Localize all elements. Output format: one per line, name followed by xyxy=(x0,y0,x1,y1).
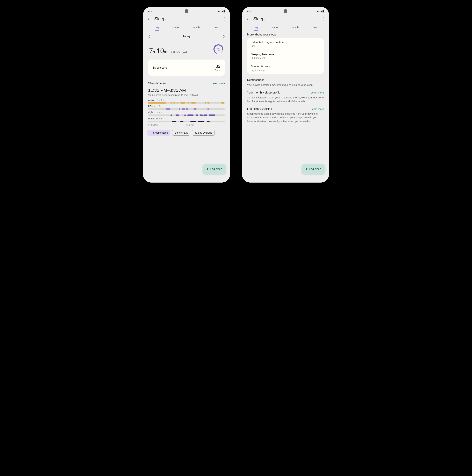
score-value: 82 xyxy=(215,64,220,69)
check-icon xyxy=(150,132,152,134)
stage-track xyxy=(148,102,225,103)
camera-hole xyxy=(185,9,188,13)
tab-week[interactable]: Week xyxy=(173,25,179,30)
tab-day[interactable]: Day xyxy=(155,25,159,30)
more-about-card: Estimated oxygen variation Low Sleeping … xyxy=(247,38,324,74)
app-bar: Sleep xyxy=(143,15,230,25)
stage-row-deep: Deep · 1h 9m xyxy=(148,117,225,122)
timeline-title: Sleep timeline xyxy=(148,82,166,85)
more-icon xyxy=(224,17,225,20)
xaxis-mid: 3:00 AM xyxy=(186,124,194,126)
camera-hole xyxy=(284,9,287,13)
sleep-score-card[interactable]: Sleep score 82 Good xyxy=(148,60,225,76)
more-about-title: More about your sleep xyxy=(247,33,324,36)
back-button[interactable] xyxy=(245,17,250,21)
page-title: Sleep xyxy=(253,16,321,21)
mins-unit: m xyxy=(164,50,167,54)
phone-left: 9:30 Sleep Day Week Month Year ❮ Today ❯… xyxy=(143,7,230,183)
log-sleep-fab[interactable]: + Log sleep xyxy=(302,164,325,174)
tab-year[interactable]: Year xyxy=(213,25,218,30)
snoring-noise-item[interactable]: Snoring & noise Light snoring xyxy=(247,62,324,74)
more-button[interactable] xyxy=(222,17,227,21)
stage-label: Deep · 1h 9m xyxy=(148,117,225,120)
sleep-schedule-text: Your current sleep schedule is 11 PM–8:3… xyxy=(148,94,225,96)
stage-label: Light · 1h 9m xyxy=(148,111,225,114)
more-button[interactable] xyxy=(321,17,326,21)
main-content: More about your sleep Estimated oxygen v… xyxy=(242,32,329,183)
item-subtitle: Light snoring xyxy=(251,69,320,71)
more-icon xyxy=(323,17,324,20)
tracking-title: Fitbit sleep tracking xyxy=(247,107,272,111)
timeline-xaxis: 11:35 PM 3:00 AM xyxy=(148,124,225,126)
day-nav: ❮ Today ❯ xyxy=(143,32,230,41)
progress-ring xyxy=(213,44,224,55)
fab-label: Log sleep xyxy=(309,168,321,170)
score-label: Sleep score xyxy=(153,66,167,69)
restlessness-title: Restlessness xyxy=(247,78,324,82)
stage-track xyxy=(148,108,225,110)
chip-label: Sleep stages xyxy=(153,131,168,134)
app-bar: Sleep xyxy=(242,15,329,25)
svg-point-2 xyxy=(213,44,224,55)
xaxis-start: 11:35 PM xyxy=(148,124,158,126)
tracking-learn-more-link[interactable]: Learn more xyxy=(311,107,324,110)
profile-title: Your monthly sleep profile xyxy=(247,91,280,94)
chart-view-chips: Sleep stages Benchmark 30 day average xyxy=(147,126,226,137)
profile-learn-more-link[interactable]: Learn more xyxy=(311,91,324,94)
page-title: Sleep xyxy=(154,16,222,21)
profile-body: 10 nights logged. To get your next sleep… xyxy=(247,96,324,103)
stage-row-awake: Awake · 1h 9m xyxy=(148,99,225,103)
timeline-header: Sleep timeline Learn more xyxy=(148,81,225,86)
tab-week[interactable]: Week xyxy=(272,25,278,30)
item-title: Snoring & noise xyxy=(251,65,320,68)
profile-header: Your monthly sleep profile Learn more xyxy=(247,91,324,94)
total-sleep: 7h 10m of 7h 30m goal xyxy=(149,47,187,55)
stage-row-light: Light · 1h 9m xyxy=(148,111,225,116)
chip-30day-avg[interactable]: 30 day average xyxy=(192,130,215,136)
status-icons xyxy=(316,10,324,13)
log-sleep-fab[interactable]: + Log sleep xyxy=(203,164,226,174)
plus-icon: + xyxy=(207,167,209,171)
hours-unit: h xyxy=(153,50,155,54)
tab-month[interactable]: Month xyxy=(193,25,200,30)
hours-value: 7 xyxy=(149,47,153,55)
item-title: Estimated oxygen variation xyxy=(251,41,320,44)
signal-icon xyxy=(221,10,223,13)
stage-track xyxy=(148,115,225,116)
sleep-stages-chart: Awake · 1h 9mREM · 1h 9mLight · 1h 9mDee… xyxy=(148,99,225,122)
status-icons xyxy=(218,10,225,13)
item-subtitle: 56 bpm (avg) xyxy=(251,57,320,59)
oxygen-variation-item[interactable]: Estimated oxygen variation Low xyxy=(247,38,324,50)
battery-icon xyxy=(322,10,324,13)
battery-icon xyxy=(223,10,225,13)
tab-month[interactable]: Month xyxy=(292,25,299,30)
wifi-icon xyxy=(316,10,319,13)
item-subtitle: Low xyxy=(251,45,320,47)
prev-day-button[interactable]: ❮ xyxy=(148,35,150,38)
stage-row-rem: REM · 1h 9m xyxy=(148,105,225,110)
current-day-label: Today xyxy=(183,35,190,38)
mins-value: 10 xyxy=(157,47,164,55)
timeline-learn-more-link[interactable]: Learn more xyxy=(212,82,225,85)
fab-label: Log sleep xyxy=(210,168,222,170)
main-content: 7h 10m of 7h 30m goal Sleep score 82 Go xyxy=(143,41,230,183)
tracking-body: Sleep tracking uses body signals collect… xyxy=(247,112,324,123)
tab-day[interactable]: Day xyxy=(254,25,258,30)
arrow-back-icon xyxy=(147,17,151,21)
item-title: Sleeping heart rate xyxy=(251,53,320,56)
status-time: 9:30 xyxy=(148,10,153,13)
back-button[interactable] xyxy=(146,17,151,21)
time-range-tabs: Day Week Month Year xyxy=(143,25,230,32)
chip-sleep-stages[interactable]: Sleep stages xyxy=(147,130,171,136)
signal-icon xyxy=(320,10,322,13)
svg-rect-0 xyxy=(224,10,225,13)
next-day-button[interactable]: ❯ xyxy=(223,35,225,38)
chip-benchmark[interactable]: Benchmark xyxy=(172,130,190,136)
restlessness-body: Your device detected movement during 23%… xyxy=(247,83,324,87)
sleeping-heart-rate-item[interactable]: Sleeping heart rate 56 bpm (avg) xyxy=(247,50,324,62)
svg-point-1 xyxy=(213,44,224,55)
score-rating: Good xyxy=(215,69,220,72)
plus-icon: + xyxy=(305,167,308,171)
wifi-icon xyxy=(218,10,220,13)
tab-year[interactable]: Year xyxy=(312,25,317,30)
